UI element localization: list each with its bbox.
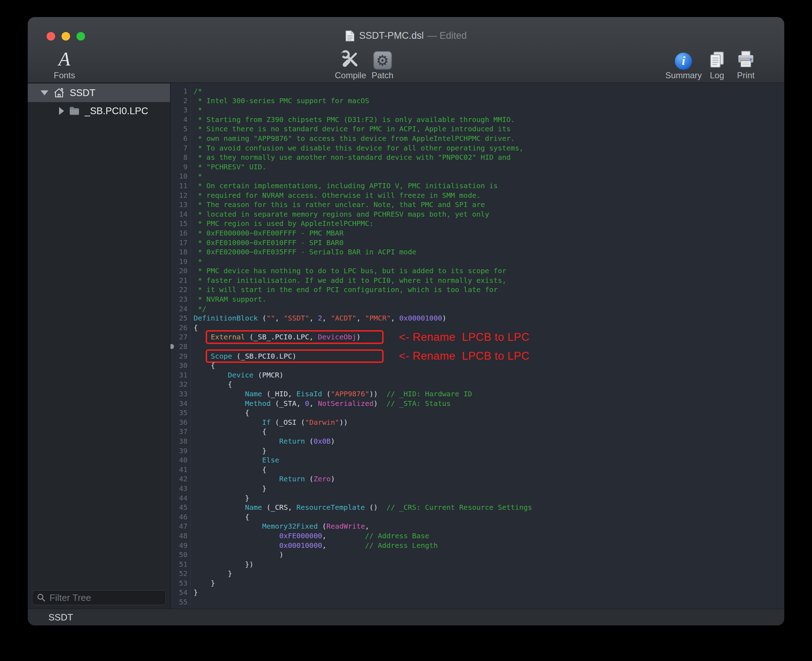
line-number: 18 (171, 247, 187, 257)
code-token: ( (258, 314, 267, 323)
code-line-43[interactable]: } (191, 484, 784, 493)
code-line-48[interactable]: 0xFE000000, // Address Base (191, 531, 784, 541)
code-line-44[interactable]: } (191, 493, 784, 503)
line-number: 7 (171, 144, 187, 153)
code-line-40[interactable]: Else (191, 455, 784, 465)
code-line-17[interactable]: * 0xFE010000~0xFE010FFF - SPI BAR0 (191, 238, 784, 247)
filter-tree-field[interactable] (32, 590, 166, 605)
code-token: * located in separate memory regions and… (193, 210, 489, 219)
disclosure-closed-icon[interactable] (59, 107, 64, 115)
code-token: )) (369, 390, 387, 398)
code-line-21[interactable]: * faster initialisation. If we add it to… (191, 276, 784, 285)
code-line-50[interactable]: ) (191, 550, 784, 560)
code-line-29[interactable]: Scope (_SB.PCI0.LPC)<- Rename LPCB to LP… (191, 351, 784, 361)
line-number: 10 (171, 171, 187, 181)
line-number: 33 (171, 389, 187, 399)
code-line-14[interactable]: * located in separate memory regions and… (191, 209, 784, 219)
code-line-36[interactable]: If (_OSI ("Darwin")) (191, 418, 784, 427)
tree-item-ssdt[interactable]: SSDT (28, 84, 170, 102)
code-line-33[interactable]: Name (_HID, EisaId ("APP9876")) // _HID:… (191, 389, 784, 399)
code-line-45[interactable]: Name (_CRS, ResourceTemplate () // _CRS:… (191, 503, 784, 512)
code-token (193, 474, 279, 483)
code-line-52[interactable]: } (191, 569, 784, 578)
code-token: External (211, 333, 245, 341)
code-line-30[interactable]: { (191, 361, 784, 370)
code-line-25[interactable]: DefinitionBlock ("", "SSDT", 2, "ACDT", … (191, 313, 784, 323)
code-line-10[interactable]: * (191, 171, 784, 181)
filter-tree-input[interactable] (50, 592, 161, 604)
fonts-button[interactable]: A Fonts (54, 46, 75, 80)
code-token (193, 541, 279, 550)
code-line-12[interactable]: * required for NVRAM access. Otherwise i… (191, 191, 784, 200)
code-token: Method (245, 399, 271, 408)
code-line-16[interactable]: * 0xFE000000~0xFE00FFFF - PMC MBAR (191, 228, 784, 238)
code-token: // Address Length (365, 541, 438, 550)
code-token: // _CRS: Current Resource Settings (387, 503, 532, 512)
code-line-13[interactable]: * The reason for this is rather unclear.… (191, 200, 784, 209)
tree-item-sb-pci0-lpc[interactable]: _SB.PCI0.LPC (28, 102, 170, 120)
log-button[interactable]: Log (707, 46, 727, 80)
disclosure-open-icon[interactable] (41, 90, 48, 95)
code-token: )) (339, 418, 348, 426)
code-lines[interactable]: /* * Intel 300-series PMC support for ma… (191, 83, 784, 609)
code-line-55[interactable] (191, 597, 784, 607)
code-line-49[interactable]: 0x00010000, // Address Length (191, 541, 784, 550)
code-token: * 0xFE020000~0xFE035FFF - SerialIo BAR i… (193, 247, 416, 256)
code-line-53[interactable]: } (191, 578, 784, 588)
code-token: * it will start in the end of PCI config… (193, 285, 498, 294)
line-number: 35 (171, 408, 187, 418)
code-token: , (356, 314, 365, 323)
code-line-54[interactable]: } (191, 588, 784, 597)
line-number: 31 (171, 370, 187, 380)
code-line-11[interactable]: * On certain implementations, including … (191, 181, 784, 191)
code-line-18[interactable]: * 0xFE020000~0xFE035FFF - SerialIo BAR i… (191, 247, 784, 257)
code-line-19[interactable]: * (191, 257, 784, 267)
code-line-7[interactable]: * To avoid confusion we disable this dev… (191, 144, 784, 153)
compile-button[interactable]: Compile (335, 46, 366, 80)
code-line-3[interactable]: * (191, 105, 784, 115)
code-token (193, 399, 245, 408)
code-line-15[interactable]: * PMC region is used by AppleIntelPCHPMC… (191, 219, 784, 228)
code-line-38[interactable]: Return (0x0B) (191, 436, 784, 446)
code-line-46[interactable]: { (191, 512, 784, 522)
fonts-icon: A (59, 48, 70, 70)
code-line-35[interactable]: { (191, 408, 784, 418)
status-bar: SSDT (28, 609, 784, 626)
code-line-39[interactable]: } (191, 446, 784, 456)
code-line-34[interactable]: Method (_STA, 0, NotSerialized) // _STA:… (191, 399, 784, 409)
code-token: } (193, 588, 198, 597)
code-editor[interactable]: 1234567891011121314151617181920212223242… (171, 83, 784, 609)
code-line-8[interactable]: * as they normally use another non-stand… (191, 153, 784, 162)
patch-button[interactable]: ⚙ Patch (371, 46, 393, 80)
code-line-4[interactable]: * Starting from Z390 chipsets PMC (D31:F… (191, 115, 784, 125)
code-line-31[interactable]: Device (PMCR) (191, 370, 784, 380)
code-token: , (391, 314, 399, 323)
code-line-5[interactable]: * Since there is no standard device for … (191, 124, 784, 134)
code-line-24[interactable]: */ (191, 304, 784, 314)
line-number: 8 (171, 153, 187, 162)
code-line-6[interactable]: * own naming "APP9876" to access this de… (191, 134, 784, 144)
titlebar[interactable]: SSDT-PMC.dsl— Edited A Fonts Compile (28, 17, 784, 83)
code-line-22[interactable]: * it will start in the end of PCI config… (191, 285, 784, 295)
code-token: * The reason for this is rather unclear.… (193, 200, 485, 209)
code-line-27[interactable]: External (_SB_.PCI0.LPC, DeviceObj)<- Re… (191, 332, 784, 342)
code-line-9[interactable]: * "PCHRESV" UID. (191, 162, 784, 172)
code-line-47[interactable]: Memory32Fixed (ReadWrite, (191, 522, 784, 531)
code-line-32[interactable]: { (191, 380, 784, 389)
line-number: 50 (171, 550, 187, 560)
code-line-41[interactable]: { (191, 465, 784, 474)
print-button[interactable]: Print (736, 46, 756, 80)
code-line-23[interactable]: * NVRAM support. (191, 295, 784, 304)
code-line-42[interactable]: Return (Zero) (191, 474, 784, 484)
code-line-1[interactable]: /* (191, 86, 784, 96)
info-icon: i (675, 53, 692, 70)
code-line-20[interactable]: * PMC device has nothing to do to LPC bu… (191, 266, 784, 276)
code-line-2[interactable]: * Intel 300-series PMC support for macOS (191, 96, 784, 105)
summary-label: Summary (665, 70, 702, 80)
code-token: Device (228, 371, 253, 379)
summary-button[interactable]: i Summary (665, 46, 702, 80)
patch-icon: ⚙ (373, 51, 392, 70)
code-line-37[interactable]: { (191, 427, 784, 436)
line-number: 44 (171, 493, 187, 503)
code-line-51[interactable]: }) (191, 560, 784, 569)
